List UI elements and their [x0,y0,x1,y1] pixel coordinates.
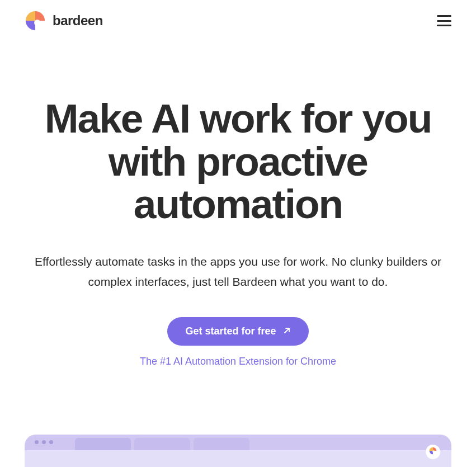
browser-tab [75,438,131,450]
bardeen-logo-icon [429,447,437,457]
browser-tab [134,438,190,450]
brand-wordmark: bardeen [53,13,103,29]
get-started-button[interactable]: Get started for free [167,317,308,346]
hamburger-icon [437,15,451,17]
bardeen-logo-icon [25,10,46,31]
menu-button[interactable] [437,15,451,26]
svg-point-0 [34,20,40,26]
window-dot-icon [49,440,53,444]
hero-subhead: Effortlessly automate tasks in the apps … [25,252,451,291]
brand-logo[interactable]: bardeen [25,10,103,31]
browser-tab [194,438,249,450]
browser-toolbar [25,450,451,467]
arrow-up-right-icon [283,326,291,337]
cta-tagline: The #1 AI Automation Extension for Chrom… [140,356,336,367]
hero-section: Make AI work for you with proactive auto… [0,41,476,390]
hero-headline: Make AI work for you with proactive auto… [25,97,451,226]
window-dot-icon [42,440,46,444]
browser-preview [25,435,451,467]
window-dot-icon [35,440,39,444]
svg-point-1 [432,451,435,453]
preview-section [0,435,476,467]
site-header: bardeen [0,0,476,41]
cta-group: Get started for free The #1 AI Automatio… [25,317,451,367]
tab-strip [75,438,249,450]
cta-button-label: Get started for free [185,326,276,337]
